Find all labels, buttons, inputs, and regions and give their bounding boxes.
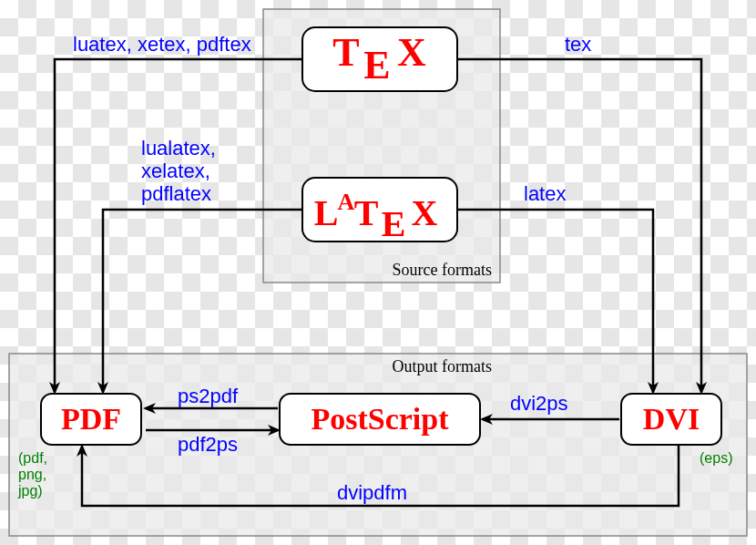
label-dvi-to-pdf: dvipdfm [337, 481, 407, 504]
label-latex-to-dvi: latex [524, 182, 566, 205]
node-pdf-label: PDF [61, 402, 121, 436]
svg-text:X: X [397, 30, 426, 75]
label-latex-to-pdf-l3: pdflatex [141, 182, 211, 205]
label-tex-to-pdf: luatex, xetex, pdftex [73, 33, 251, 56]
svg-text:E: E [382, 203, 406, 244]
svg-text:X: X [412, 192, 438, 233]
pdf-ext-l2: png, [18, 467, 46, 482]
svg-text:A: A [338, 189, 355, 215]
label-latex-to-pdf-l2: xelatex, [141, 159, 210, 182]
svg-text:T: T [332, 30, 359, 75]
diagram-canvas: Source formats Output formats luatex, xe… [0, 0, 756, 545]
pdf-ext-l3: jpg) [17, 483, 43, 499]
label-ps-to-pdf: ps2pdf [178, 385, 239, 407]
pdf-ext-l1: (pdf, [18, 450, 47, 466]
node-dvi-label: DVI [643, 402, 700, 436]
node-postscript-label: PostScript [311, 402, 449, 436]
output-formats-label: Output formats [393, 357, 493, 375]
svg-text:L: L [314, 192, 339, 233]
label-dvi-to-ps: dvi2ps [510, 392, 568, 415]
label-pdf-to-ps: pdf2ps [178, 433, 238, 456]
dvi-ext: (eps) [700, 450, 732, 466]
svg-text:E: E [363, 43, 390, 87]
source-formats-label: Source formats [393, 261, 492, 279]
label-latex-to-pdf-l1: lualatex, [141, 137, 216, 159]
svg-text:T: T [354, 192, 379, 233]
label-tex-to-dvi: tex [565, 33, 591, 56]
